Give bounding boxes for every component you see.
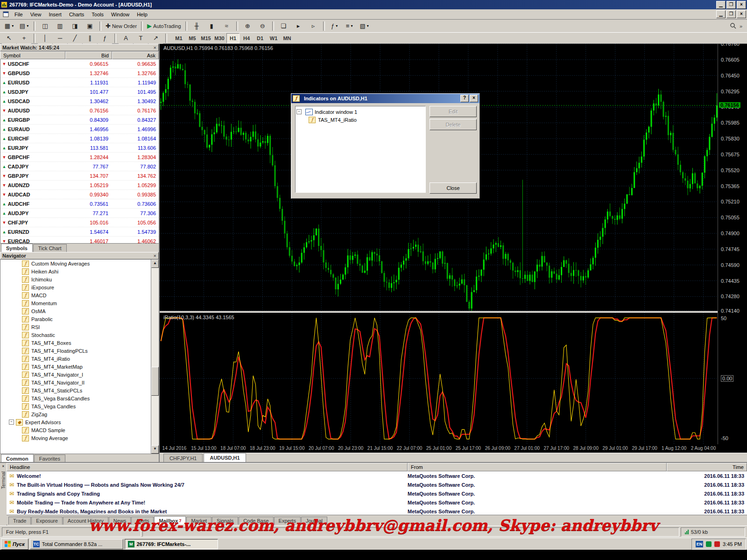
channel-tool[interactable]: ∥ (83, 33, 97, 44)
navigator-tab-common[interactable]: Common (1, 454, 34, 462)
terminal-tab-news[interactable]: News (109, 517, 131, 525)
bars-button[interactable]: ╫ (190, 21, 204, 32)
timeframe-h4[interactable]: H4 (240, 33, 253, 43)
templates-button[interactable]: ▧▾ (357, 21, 372, 32)
menu-view[interactable]: View (27, 10, 45, 19)
mail-row[interactable]: ✉Trading Signals and Copy TradingMetaQuo… (7, 489, 747, 498)
task-button-tc[interactable]: TCTotal Commander 8.52a ... (30, 539, 123, 549)
market-watch-row[interactable]: ▲EURNZD1.546741.54739 (0, 227, 159, 237)
navigator-tab-favorites[interactable]: Favorites (34, 455, 65, 462)
market-watch-row[interactable]: ▲AUDJPY77.27177.306 (0, 209, 159, 218)
market-watch-row[interactable]: ▲EURUSD1.119311.11949 (0, 78, 159, 87)
terminal-tab-signals[interactable]: Signals (212, 517, 238, 525)
mw-column-bid[interactable]: Bid (65, 51, 112, 59)
navigator-item[interactable]: ƒZigZag (0, 410, 159, 418)
market-watch-row[interactable]: ▼AUDCAD0.993400.99385 (0, 190, 159, 199)
delete-button[interactable]: Delete (430, 119, 477, 130)
timeframe-h1[interactable]: H1 (226, 33, 240, 43)
menu-window[interactable]: Window (107, 10, 133, 19)
navigator-node-expert-advisors[interactable]: −◆Expert Advisors (0, 418, 159, 426)
market-watch-row[interactable]: ▲EURCHF1.081391.08164 (0, 134, 159, 143)
terminal-tab-account-history[interactable]: Account History (63, 517, 108, 525)
navigator-item[interactable]: ƒTAS_Vega Candles (0, 402, 159, 410)
navigator-item[interactable]: ƒMomentum (0, 299, 159, 307)
mail-row[interactable]: ✉Mobile Trading — Trade from Anywhere at… (7, 498, 747, 507)
menu-insert[interactable]: Insert (45, 10, 65, 19)
mail-row[interactable]: ✉Buy Ready-Made Robots, Magazines and Bo… (7, 507, 747, 515)
zoom-in-button[interactable]: ⊕ (240, 21, 255, 32)
navigator-item[interactable]: ƒParabolic (0, 315, 159, 323)
mdi-close-button[interactable]: × (737, 10, 746, 18)
market-watch-row[interactable]: ▲EURJPY113.581113.606 (0, 143, 159, 153)
mw-column-ask[interactable]: Ask (112, 51, 159, 59)
arrows-tool[interactable]: ↗ (148, 33, 163, 44)
tree-node-indicator-window[interactable]: − Indicator window 1 (296, 108, 424, 116)
navigator-item[interactable]: ƒTAS_MT4_iRatio (0, 355, 159, 363)
dropdown-arrow-icon[interactable]: ▾ (367, 24, 369, 28)
tree-collapse-icon[interactable]: − (9, 420, 14, 425)
task-button-m[interactable]: M267769: IFCMarkets-... (125, 539, 218, 549)
indicators-button[interactable]: ƒ▾ (327, 21, 342, 32)
close-button-dialog[interactable]: Close (430, 182, 477, 194)
navigator-close-icon[interactable]: × (154, 253, 156, 259)
auto-scroll-button[interactable]: ▸ (291, 21, 306, 32)
mail-row[interactable]: ✉The Built-in Virtual Hosting — Robots a… (7, 480, 747, 489)
terminal-tab-market[interactable]: Market (186, 517, 211, 525)
dropdown-arrow-icon[interactable]: ▾ (351, 24, 352, 28)
dropdown-arrow-icon[interactable]: ▾ (12, 24, 14, 28)
market-watch-row[interactable]: ▲USDCAD1.304621.30492 (0, 97, 159, 106)
chart-tab-chfjpyh1[interactable]: CHFJPY,H1 (163, 454, 203, 462)
vertical-line-tool[interactable]: │ (38, 33, 52, 44)
start-button[interactable]: Пуск (1, 539, 28, 550)
market-watch-tab-tick-chart[interactable]: Tick Chart (33, 244, 67, 252)
navigator-item[interactable]: ƒiExposure (0, 283, 159, 291)
autotrading-button[interactable]: ▶AutoTrading (145, 21, 183, 32)
tile-windows-button[interactable]: ❏ (276, 21, 291, 32)
dialog-indicator-list[interactable]: − Indicator window 1 ƒ TAS_MT4_iRatio (295, 106, 426, 193)
market-watch-row[interactable]: ▼CHFJPY105.016105.056 (0, 218, 159, 227)
chart-tab-audusdh1[interactable]: AUDUSD,H1 (204, 453, 246, 462)
data-window-toggle[interactable]: ▥ (53, 21, 67, 32)
timeframe-m5[interactable]: M5 (186, 33, 199, 43)
navigator-item[interactable]: ƒMACD Sample (0, 426, 159, 434)
mdi-restore-button[interactable]: ❐ (726, 10, 736, 18)
terminal-tab-trade[interactable]: Trade (8, 517, 31, 525)
navigator-item[interactable]: ƒIchimoku (0, 275, 159, 283)
navigator-item[interactable]: ƒStochastic (0, 331, 159, 339)
market-watch-row[interactable]: ▼USDCHF0.966150.96635 (0, 59, 159, 69)
market-watch-row[interactable]: ▲EURGBP0.843090.84327 (0, 115, 159, 125)
trendline-tool[interactable]: ╱ (68, 33, 82, 44)
dropdown-arrow-icon[interactable]: ▾ (27, 24, 28, 28)
dropdown-arrow-icon[interactable]: ▾ (336, 24, 338, 28)
navigator-scrollbar[interactable]: ▲ ▼ (151, 259, 159, 454)
market-watch-row[interactable]: ▼AUDUSD0.761560.76176 (0, 106, 159, 115)
terminal-column-time[interactable]: Time (667, 463, 747, 471)
market-watch-row[interactable]: ▲USDJPY101.477101.495 (0, 87, 159, 97)
market-watch-row[interactable]: ▼GBPUSD1.327461.32766 (0, 69, 159, 78)
indicator-canvas[interactable] (160, 313, 718, 444)
navigator-item[interactable]: ƒHeiken Ashi (0, 267, 159, 275)
tree-collapse-icon[interactable]: − (296, 109, 302, 114)
tray-status-icon[interactable] (706, 541, 712, 547)
candles-button[interactable]: ▮ (204, 21, 219, 32)
new-chart-button[interactable]: ▦▾ (2, 21, 16, 32)
chart-shift-button[interactable]: ▹ (306, 21, 321, 32)
navigator-item[interactable]: ƒMACD (0, 291, 159, 299)
profiles-button[interactable]: ▤▾ (17, 21, 31, 32)
navigator-toggle[interactable]: ◨ (68, 21, 82, 32)
price-scale[interactable]: 0.767600.766050.764500.762950.761400.759… (718, 44, 747, 453)
navigator-item[interactable]: ƒTAS_MT4_FloatingPCLs (0, 347, 159, 355)
tree-node-indicator[interactable]: ƒ TAS_MT4_iRatio (296, 116, 424, 124)
market-watch-row[interactable]: ▼EURCAD1.460171.46062 (0, 237, 159, 243)
market-watch-row[interactable]: ▲CADJPY77.76777.802 (0, 162, 159, 171)
tray-alert-icon[interactable] (714, 541, 720, 547)
periods-button[interactable]: ≡▾ (342, 21, 357, 32)
market-watch-close-icon[interactable]: × (154, 45, 156, 50)
dialog-close-icon[interactable]: × (470, 95, 478, 102)
timeframe-m30[interactable]: M30 (213, 33, 226, 43)
navigator-item[interactable]: ƒTAS_Vega Bars&Candles (0, 394, 159, 402)
line-chart-button[interactable]: ≈ (219, 21, 234, 32)
mail-row[interactable]: ✉Welcome!MetaQuotes Software Corp.2016.0… (7, 471, 747, 480)
menu-file[interactable]: File (11, 10, 27, 19)
cursor-tool[interactable]: ↖ (2, 33, 16, 44)
